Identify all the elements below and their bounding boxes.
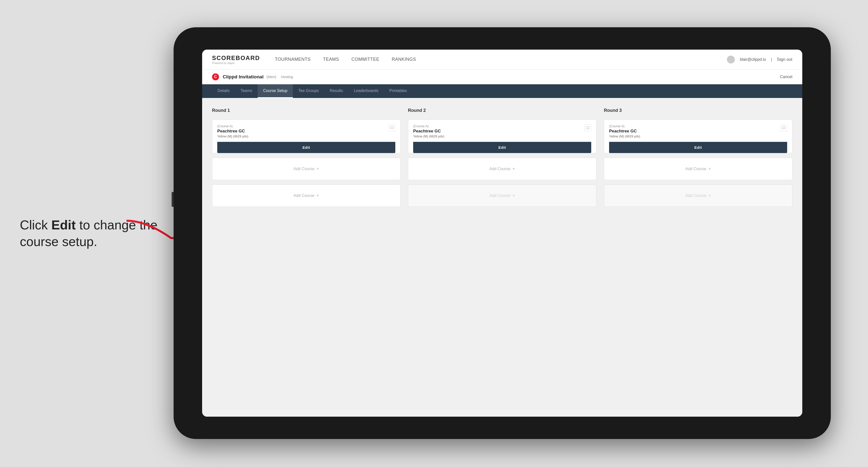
round-1-course-label: (Course A) xyxy=(217,124,248,128)
page-wrapper: Click Edit to change the course setup. S… xyxy=(0,0,868,467)
user-email: blair@clippd.io xyxy=(740,57,766,62)
sub-header: C Clippd Invitational (Men) Hosting Canc… xyxy=(202,69,802,84)
round-3-course-info: (Course A) Peachtree GC Yellow (M) (6629… xyxy=(609,124,640,138)
sub-header-logo: C xyxy=(212,73,219,80)
round-1-add-label-2: Add Course + xyxy=(293,193,319,198)
round-2-add-label-1: Add Course + xyxy=(489,166,515,172)
round-2-column: Round 2 (Course A) Peachtree GC Yellow (… xyxy=(408,108,596,207)
round-3-course-name: Peachtree GC xyxy=(609,129,640,134)
round-3-column: Round 3 (Course A) Peachtree GC Yellow (… xyxy=(604,108,793,207)
plus-icon-2: + xyxy=(316,193,319,198)
tablet-frame: SCOREBOARD Powered by clippd TOURNAMENTS… xyxy=(174,27,831,439)
round-3-delete-button[interactable]: ☐ xyxy=(780,124,787,131)
round-1-column: Round 1 (Course A) Peachtree GC Yellow (… xyxy=(212,108,401,207)
logo-scoreboard: SCOREBOARD xyxy=(212,55,260,62)
round-1-card-header: (Course A) Peachtree GC Yellow (M) (6629… xyxy=(217,124,395,138)
user-avatar xyxy=(727,56,735,63)
tab-course-setup[interactable]: Course Setup xyxy=(258,84,293,98)
round-1-delete-button[interactable]: ☐ xyxy=(389,124,395,131)
round-1-edit-button[interactable]: Edit xyxy=(217,142,395,153)
round-1-title: Round 1 xyxy=(212,108,401,113)
round-2-delete-button[interactable]: ☐ xyxy=(584,124,591,131)
tab-bar: Details Teams Course Setup Tee Groups Re… xyxy=(202,84,802,98)
tournament-gender: (Men) xyxy=(267,75,276,79)
round-2-title: Round 2 xyxy=(408,108,596,113)
hosting-badge: Hosting xyxy=(281,75,293,79)
round-1-add-course-1[interactable]: Add Course + xyxy=(212,158,401,180)
plus-icon-4: + xyxy=(513,193,515,198)
annotation-text: Click Edit to change the course setup. xyxy=(20,217,164,250)
round-3-title: Round 3 xyxy=(604,108,793,113)
round-1-course-info: (Course A) Peachtree GC Yellow (M) (6629… xyxy=(217,124,248,138)
main-content: Round 1 (Course A) Peachtree GC Yellow (… xyxy=(202,98,802,417)
tab-leaderboards[interactable]: Leaderboards xyxy=(348,84,384,98)
nav-separator: | xyxy=(771,57,772,62)
tournament-name: Clippd Invitational xyxy=(223,74,264,80)
round-3-card-header: (Course A) Peachtree GC Yellow (M) (6629… xyxy=(609,124,787,138)
plus-icon-5: + xyxy=(708,166,711,172)
round-3-course-label: (Course A) xyxy=(609,124,640,128)
round-3-add-label-2: Add Course + xyxy=(685,193,711,198)
top-nav: SCOREBOARD Powered by clippd TOURNAMENTS… xyxy=(202,50,802,69)
trash-icon-2: ☐ xyxy=(586,126,589,130)
round-1-course-card: (Course A) Peachtree GC Yellow (M) (6629… xyxy=(212,120,401,153)
nav-right: blair@clippd.io | Sign out xyxy=(727,56,793,63)
rounds-grid: Round 1 (Course A) Peachtree GC Yellow (… xyxy=(212,108,793,207)
round-2-add-course-1[interactable]: Add Course + xyxy=(408,158,596,180)
round-3-edit-button[interactable]: Edit xyxy=(609,142,787,153)
round-3-add-course-1[interactable]: Add Course + xyxy=(604,158,793,180)
sign-out-link[interactable]: Sign out xyxy=(777,57,793,62)
round-3-course-details: Yellow (M) (6629 yds) xyxy=(609,134,640,138)
tab-tee-groups[interactable]: Tee Groups xyxy=(293,84,324,98)
round-2-add-label-2: Add Course + xyxy=(489,193,515,198)
tablet-screen: SCOREBOARD Powered by clippd TOURNAMENTS… xyxy=(202,50,802,417)
cancel-button[interactable]: Cancel xyxy=(780,75,793,79)
trash-icon: ☐ xyxy=(390,126,394,130)
round-1-add-course-2[interactable]: Add Course + xyxy=(212,185,401,207)
nav-committee[interactable]: COMMITTEE xyxy=(351,57,379,62)
annotation-bold: Edit xyxy=(51,218,75,232)
round-1-course-name: Peachtree GC xyxy=(217,129,248,134)
round-2-course-card: (Course A) Peachtree GC Yellow (M) (6629… xyxy=(408,120,596,153)
round-3-add-label-1: Add Course + xyxy=(685,166,711,172)
round-3-course-card: (Course A) Peachtree GC Yellow (M) (6629… xyxy=(604,120,793,153)
plus-icon-3: + xyxy=(513,166,515,172)
logo-sub: Powered by clippd xyxy=(212,62,260,64)
round-2-course-name: Peachtree GC xyxy=(413,129,444,134)
round-2-course-info: (Course A) Peachtree GC Yellow (M) (6629… xyxy=(413,124,444,138)
nav-teams[interactable]: TEAMS xyxy=(323,57,339,62)
round-2-add-course-2: Add Course + xyxy=(408,185,596,207)
round-3-add-course-2: Add Course + xyxy=(604,185,793,207)
tab-teams[interactable]: Teams xyxy=(235,84,258,98)
nav-rankings[interactable]: RANKINGS xyxy=(392,57,416,62)
tab-results[interactable]: Results xyxy=(324,84,348,98)
round-1-course-details: Yellow (M) (6629 yds) xyxy=(217,134,248,138)
plus-icon-1: + xyxy=(316,166,319,172)
round-2-card-header: (Course A) Peachtree GC Yellow (M) (6629… xyxy=(413,124,591,138)
tab-printables[interactable]: Printables xyxy=(384,84,412,98)
nav-links: TOURNAMENTS TEAMS COMMITTEE RANKINGS xyxy=(275,57,727,62)
trash-icon-3: ☐ xyxy=(782,126,785,130)
plus-icon-6: + xyxy=(708,193,711,198)
nav-tournaments[interactable]: TOURNAMENTS xyxy=(275,57,310,62)
round-2-course-details: Yellow (M) (6629 yds) xyxy=(413,134,444,138)
round-1-add-label-1: Add Course + xyxy=(293,166,319,172)
round-2-edit-button[interactable]: Edit xyxy=(413,142,591,153)
logo-area: SCOREBOARD Powered by clippd xyxy=(212,55,260,64)
tab-details[interactable]: Details xyxy=(212,84,235,98)
round-2-course-label: (Course A) xyxy=(413,124,444,128)
